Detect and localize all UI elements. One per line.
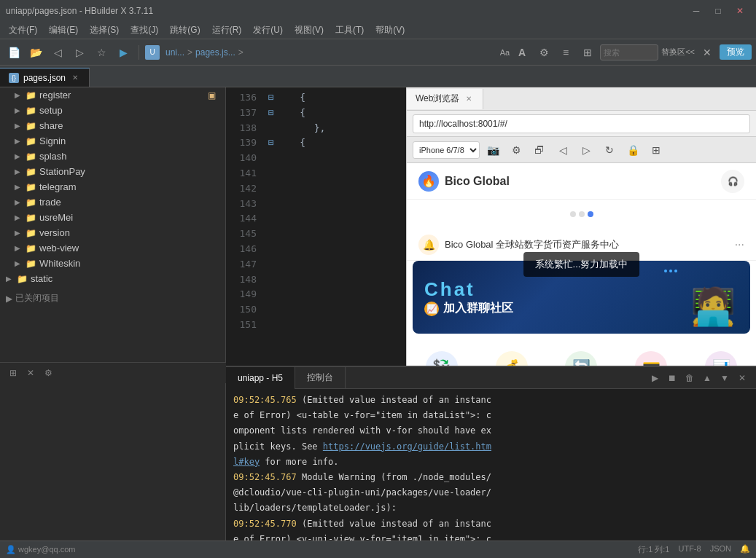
tree-arrow-version: ▶ (15, 229, 25, 237)
code-content[interactable]: ⊟ { ⊟ { }, ⊟ { (262, 87, 406, 366)
feature-grid: 💱 法币 💰 充币 🔄 划转 💳 提币 (407, 339, 756, 366)
maximize-button[interactable]: □ (708, 3, 728, 19)
tree-item-usremei[interactable]: ▶ 📁 usreMei (0, 210, 225, 225)
screenshot-button[interactable]: 📷 (483, 140, 503, 160)
feature-huazhuan[interactable]: 🔄 划转 (547, 345, 617, 366)
fold-143[interactable]: ⊟ (268, 106, 277, 121)
bp-stop-button[interactable]: ⏹ (664, 370, 680, 386)
menu-select[interactable]: 选择(S) (84, 23, 125, 38)
menu-help[interactable]: 帮助(V) (370, 23, 410, 38)
bold-button[interactable]: A (513, 43, 531, 62)
fold-150[interactable]: ⊟ (268, 135, 277, 151)
filter-button[interactable]: ≡ (556, 43, 575, 62)
menu-jump[interactable]: 跳转(G) (164, 23, 206, 38)
folder-icon-usremei: 📁 (25, 213, 36, 223)
tree-item-static[interactable]: ▶ 📁 static (0, 271, 225, 286)
inspect-button[interactable]: ⚙ (506, 140, 526, 160)
browser-toolbar: iPhone 6/7/8 iPhone X iPad 📷 ⚙ 🗗 ◁ ▷ ↻ 🔒… (407, 137, 756, 163)
ln-146: 146 (232, 242, 257, 257)
bp-close-button[interactable]: ✕ (734, 370, 750, 386)
sidebar-tb-btn1[interactable]: ⊞ (6, 366, 20, 380)
browser-tab-close[interactable]: ✕ (464, 94, 474, 104)
app-name: Bico Global (445, 175, 510, 188)
preview-button[interactable]: 预览 (720, 44, 752, 60)
forward-button[interactable]: ▷ (70, 43, 89, 62)
back-button[interactable]: ◁ (48, 43, 67, 62)
header-right-btn[interactable]: 🎧 (721, 170, 744, 193)
console-link-2[interactable]: l#key (233, 457, 260, 467)
tree-item-splash[interactable]: ▶ 📁 splash (0, 149, 225, 164)
menu-release[interactable]: 发行(U) (247, 23, 289, 38)
closed-section-header[interactable]: ▶ 已关闭项目 (0, 289, 225, 307)
breadcrumb-sep2: > (238, 47, 243, 58)
notification-bell[interactable]: 🔔 (740, 544, 750, 555)
menu-view[interactable]: 视图(V) (289, 23, 330, 38)
open-button[interactable]: 📂 (26, 43, 45, 62)
bp-down-button[interactable]: ▼ (717, 370, 733, 386)
notif-more-icon[interactable]: ··· (735, 238, 744, 251)
tree-label-splash: splash (39, 151, 219, 162)
console-link-1[interactable]: https://vuejs.org/guide/list.htm (323, 441, 491, 452)
feature-fabi[interactable]: 💱 法币 (407, 345, 477, 366)
new-file-button[interactable]: 📄 (4, 43, 23, 62)
tree-item-stationpay[interactable]: ▶ 📁 StationPay (0, 164, 225, 179)
bp-run-button[interactable]: ▶ (647, 370, 663, 386)
close-search-button[interactable]: ✕ (698, 43, 717, 62)
dot-2 (579, 211, 585, 217)
bookmark-button[interactable]: ☆ (92, 43, 111, 62)
tab-pages-json[interactable]: {} pages.json ✕ (0, 68, 90, 87)
tree-item-version[interactable]: ▶ 📁 version (0, 225, 225, 240)
breadcrumb-file[interactable]: pages.js... (195, 47, 235, 58)
tree-arrow-telegram: ▶ (15, 183, 25, 191)
device-select[interactable]: iPhone 6/7/8 iPhone X iPad (413, 141, 480, 159)
tab-close-pages[interactable]: ✕ (70, 73, 80, 83)
back-nav-button[interactable]: ◁ (553, 140, 573, 160)
console-msg-3: omponent lists rendered with v-for shoul… (233, 425, 491, 436)
breadcrumb-project[interactable]: uni... (165, 47, 184, 58)
close-button[interactable]: ✕ (730, 3, 750, 19)
split-button[interactable]: ⊞ (578, 43, 597, 62)
browser-tab-web[interactable]: Web浏览器 ✕ (407, 89, 483, 109)
feature-zichan[interactable]: 📊 资产 (686, 345, 756, 366)
ln-140: 140 (232, 151, 257, 166)
feature-chongbi[interactable]: 💰 充币 (477, 345, 547, 366)
search-input[interactable] (600, 44, 658, 60)
options-button[interactable]: ⚙ (534, 43, 553, 62)
tree-item-whiteskin[interactable]: ▶ 📁 Whiteskin (0, 256, 225, 271)
menu-find[interactable]: 查找(J) (125, 23, 164, 38)
tree-label-usremei: usreMei (39, 212, 219, 223)
menu-run[interactable]: 运行(R) (206, 23, 248, 38)
qr-button[interactable]: ⊞ (646, 140, 666, 160)
minimize-button[interactable]: ─ (686, 3, 706, 19)
address-input[interactable] (413, 114, 750, 133)
tree-item-register[interactable]: ▶ 📁 register ▣ (0, 87, 225, 103)
bp-clear-button[interactable]: 🗑 (682, 370, 698, 386)
forward-nav-button[interactable]: ▷ (576, 140, 596, 160)
bp-tab-uniapp[interactable]: uniapp - H5 (226, 367, 295, 389)
run-button[interactable]: ▶ (114, 43, 133, 62)
tree-item-telegram[interactable]: ▶ 📁 telegram (0, 179, 225, 194)
bp-up-button[interactable]: ▲ (699, 370, 715, 386)
project-icon: U (145, 45, 160, 60)
bp-tab-console[interactable]: 控制台 (295, 367, 346, 389)
status-format: JSON (710, 544, 731, 555)
new-window-button[interactable]: 🗗 (529, 140, 550, 160)
tree-item-trade[interactable]: ▶ 📁 trade (0, 194, 225, 210)
tree-item-signin[interactable]: ▶ 📁 Signin (0, 133, 225, 149)
menu-edit[interactable]: 编辑(E) (43, 23, 84, 38)
window-controls: ─ □ ✕ (686, 3, 750, 19)
menu-file[interactable]: 文件(F) (3, 23, 43, 38)
feature-tibi[interactable]: 💳 提币 (616, 345, 686, 366)
titlebar: uniapp/pages.json - HBuilder X 3.7.11 ─ … (0, 0, 756, 22)
sidebar-tb-btn2[interactable]: ✕ (23, 366, 38, 380)
sidebar-tb-btn3[interactable]: ⚙ (41, 366, 55, 380)
menu-tools[interactable]: 工具(T) (330, 23, 370, 38)
fold-140[interactable]: ⊟ (268, 90, 277, 106)
tree-item-webview[interactable]: ▶ 📁 web-view (0, 240, 225, 256)
tree-item-share[interactable]: ▶ 📁 share (0, 118, 225, 133)
ln-141: 141 (232, 166, 257, 181)
tree-label-trade: trade (39, 197, 219, 208)
tree-item-setup[interactable]: ▶ 📁 setup (0, 103, 225, 118)
lock-button[interactable]: 🔒 (623, 140, 643, 160)
refresh-button[interactable]: ↻ (599, 140, 620, 160)
